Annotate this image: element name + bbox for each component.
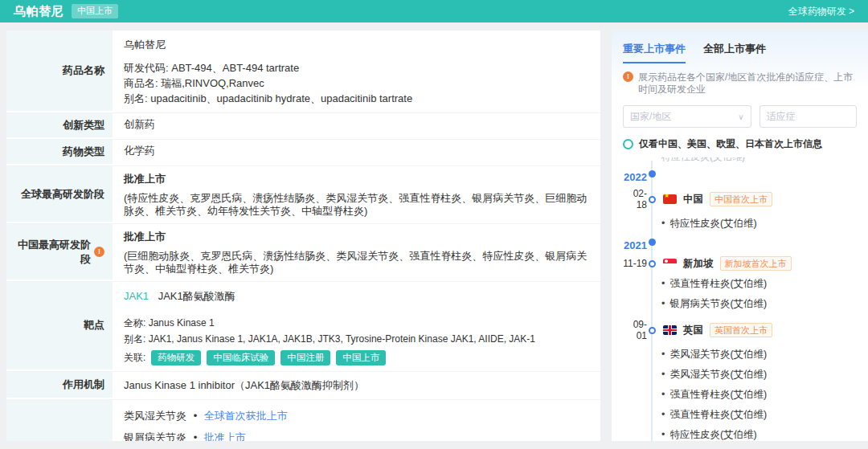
indication-status-link[interactable]: 批准上市 [204,431,246,441]
moa-row: 作用机制 Janus Kinase 1 inhibitor（JAK1酪氨酸激酶抑… [6,372,600,400]
timeline-country[interactable]: 中国 [683,193,703,206]
timeline-event-items: 类风湿关节炎(艾伯维) 类风湿关节炎(艾伯维) 强直性脊柱炎(艾伯维) 强直性脊… [623,349,857,441]
china-stage-row: 中国最高研发阶段 ! 批准上市 (巨细胞动脉炎、克罗恩氏病、溃疡性结肠炎、类风湿… [6,224,600,282]
trade-name: 商品名: 瑞福,RINVOQ,Ranvec [124,76,589,90]
timeline-year-row: 2021 [623,239,857,252]
target-association-row: 关联: 药物研发 中国临床试验 中国注册 中国上市 [124,350,589,365]
innovation-type-value: 创新药 [113,113,600,139]
tab-important-events[interactable]: 重要上市事件 [623,42,686,63]
first-launch-badge: 英国首次上市 [710,323,772,337]
target-association-badge[interactable]: 中国临床试验 [207,350,275,365]
china-stage-value: 批准上市 (巨细胞动脉炎、克罗恩氏病、溃疡性结肠炎、类风湿关节炎、强直性脊柱炎、… [113,224,600,281]
top-header-bar: 乌帕替尼 中国上市 全球药物研发 > [0,0,868,22]
innovation-type-label: 创新类型 [6,113,113,139]
market-events-card: 重要上市事件 全部上市事件 ! 展示药品在各个国家/地区首次批准的适应症、上市时… [612,31,868,441]
drug-name-value: 乌帕替尼 研发代码: ABT-494、ABT-494 tartrate 商品名:… [113,31,600,112]
global-stage-value: 批准上市 (特应性皮炎、克罗恩氏病、溃疡性结肠炎、类风湿关节炎、强直性脊柱炎、银… [113,166,600,223]
timeline-indication-item: 特应性皮炎(艾伯维) [623,218,857,229]
major-countries-filter[interactable]: 仅看中国、美国、欧盟、日本首次上市信息 [623,137,857,151]
china-stage-name: 批准上市 [124,230,589,244]
timeline-event-header: 09-01 英国 英国首次上市 [623,319,857,341]
chevron-down-icon: ∨ [738,112,743,121]
timeline-indication-item: 强直性脊柱炎(艾伯维) [623,410,857,420]
events-tabs: 重要上市事件 全部上市事件 [623,42,857,63]
drug-cn-name: 乌帕替尼 [124,38,589,51]
timeline-indication-item: 强直性脊柱炎(艾伯维) [623,390,857,400]
drug-info-card: 药品名称 乌帕替尼 研发代码: ABT-494、ABT-494 tartrate… [6,31,600,441]
timeline-node-icon [649,327,656,334]
global-rd-link[interactable]: 全球药物研发 > [788,5,854,18]
timeline-event-date: 02-18 [623,188,647,210]
first-launch-badge: 中国首次上市 [710,192,772,206]
content-area: 药品名称 乌帕替尼 研发代码: ABT-494、ABT-494 tartrate… [0,22,868,441]
tab-all-events[interactable]: 全部上市事件 [703,42,766,63]
timeline-year-dot-icon [649,239,656,246]
timeline-event: 11-19 新加坡 新加坡首次上市 强直性脊柱炎(艾伯维) 银屑病关节炎(艾伯维… [623,256,857,309]
drug-title: 乌帕替尼 [14,4,63,19]
timeline-indication-item: 类风湿关节炎(艾伯维) [623,349,857,360]
china-stage-label-text: 中国最高研发阶段 [14,238,91,267]
target-label: 靶点 [6,282,113,371]
innovation-type-row: 创新类型 创新药 [6,113,600,140]
drug-type-value: 化学药 [113,140,600,165]
dev-code: 研发代码: ABT-494、ABT-494 tartrate [124,61,589,75]
cn-flag-icon [663,194,677,204]
first-launch-badge: 新加坡首次上市 [720,256,792,271]
china-stage-label: 中国最高研发阶段 ! [6,224,113,281]
timeline-event-header: 11-19 新加坡 新加坡首次上市 [623,256,857,271]
timeline-event-items: 强直性脊柱炎(艾伯维) 银屑病关节炎(艾伯维) [623,279,857,309]
global-stage-row: 全球最高研发阶段 批准上市 (特应性皮炎、克罗恩氏病、溃疡性结肠炎、类风湿关节炎… [6,166,600,224]
indication-search-input[interactable]: 适应症 [760,105,857,128]
target-association-badge[interactable]: 中国注册 [280,350,330,365]
timeline: 特应性皮炎(艾伯维) 2022 02-18 中国 中国首次上市 特应性皮炎(艾伯… [623,157,857,441]
target-value: JAK1 JAK1酪氨酸激酶 全称: Janus Kinase 1 别名: JA… [113,282,600,371]
drug-name-row: 药品名称 乌帕替尼 研发代码: ABT-494、ABT-494 tartrate… [6,31,600,113]
timeline-indication-item: 银屑病关节炎(艾伯维) [623,299,857,309]
country-select-placeholder: 国家/地区 [630,110,738,124]
target-association-badge[interactable]: 药物研发 [151,350,201,365]
timeline-country[interactable]: 英国 [683,324,703,337]
drug-type-row: 药物类型 化学药 [6,140,600,166]
timeline-indication-item: 特应性皮炎(艾伯维) [623,430,857,440]
timeline-event-date: 11-19 [623,258,647,269]
timeline-event-items: 特应性皮炎(艾伯维) [623,218,857,229]
timeline-indication-item: 强直性脊柱炎(艾伯维) [623,279,857,289]
timeline-event: 02-18 中国 中国首次上市 特应性皮炎(艾伯维) [623,188,857,229]
indication-name: 类风湿关节炎 [124,410,186,422]
indication-status-link[interactable]: 全球首次获批上市 [204,410,288,422]
target-association-badges: 药物研发 中国临床试验 中国注册 中国上市 [151,350,386,365]
gb-flag-icon [663,325,677,335]
events-info-line: ! 展示药品在各个国家/地区首次批准的适应症、上市时间及研发企业 [623,71,857,96]
indication-item: 类风湿关节炎 • 全球首次获批上市 [124,410,589,422]
timeline-year: 2022 [623,171,647,183]
radio-circle-icon[interactable] [623,139,633,149]
timeline-indication-item: 类风湿关节炎(艾伯维) [623,369,857,380]
target-gene-link[interactable]: JAK1 [124,290,149,302]
china-stage-detail: (巨细胞动脉炎、克罗恩氏病、溃疡性结肠炎、类风湿关节炎、强直性脊柱炎、特应性皮炎… [124,250,589,276]
timeline-node-icon [649,260,656,267]
status-badge: 中国上市 [72,4,118,18]
target-association-badge[interactable]: 中国上市 [336,350,386,365]
timeline-country[interactable]: 新加坡 [683,257,714,271]
global-stage-name: 批准上市 [124,172,589,186]
timeline-node-icon [649,196,656,203]
timeline-event-date: 09-01 [623,319,647,341]
target-desc: JAK1酪氨酸激酶 [158,290,235,302]
timeline-event: 09-01 英国 英国首次上市 类风湿关节炎(艾伯维) 类风湿关节炎(艾伯维) … [623,319,857,441]
events-info-text: 展示药品在各个国家/地区首次批准的适应症、上市时间及研发企业 [638,71,857,96]
indications-row: active适应症 类风湿关节炎 • 全球首次获批上市 银屑病关节炎 • 批准上… [6,400,600,441]
indication-name: 银屑病关节炎 [124,431,186,441]
info-icon[interactable]: ! [94,247,104,257]
alias: 别名: upadacitinib、upadacitinib hydrate、up… [124,92,589,105]
indications-value: 类风湿关节炎 • 全球首次获批上市 银屑病关节炎 • 批准上市 强直性脊柱炎 •… [113,400,600,441]
info-icon: ! [623,71,633,82]
drug-name-label: 药品名称 [6,31,113,112]
global-stage-detail: (特应性皮炎、克罗恩氏病、溃疡性结肠炎、类风湿关节炎、强直性脊柱炎、银屑病关节炎… [124,192,589,218]
target-alias: 别名: JAK1, Janus Kinase 1, JAK1A, JAK1B, … [124,333,589,345]
global-stage-label: 全球最高研发阶段 [6,166,113,223]
target-row: 靶点 JAK1 JAK1酪氨酸激酶 全称: Janus Kinase 1 别名:… [6,282,600,372]
timeline-year: 2021 [623,239,647,251]
country-select[interactable]: 国家/地区 ∨ [623,105,751,128]
timeline-year-dot-icon [649,170,656,178]
bullet-separator: • [194,431,198,441]
